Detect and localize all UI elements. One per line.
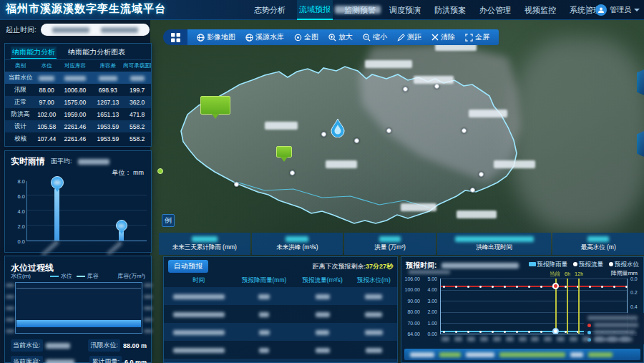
green-callout-marker[interactable] bbox=[200, 96, 230, 115]
stat-card-max-level[interactable]: 最高水位 (m) bbox=[552, 233, 644, 255]
nav-item-office[interactable]: 办公管理 bbox=[477, 1, 513, 19]
target-icon bbox=[294, 34, 302, 42]
map-legend-button[interactable]: 例 bbox=[162, 214, 175, 227]
y-tick: 4.00 bbox=[424, 287, 437, 292]
map-label-blur bbox=[365, 60, 412, 68]
green-callout-marker[interactable] bbox=[276, 146, 292, 158]
area-average-label: 面平均: bbox=[51, 157, 72, 166]
subtitle-blur bbox=[409, 270, 450, 274]
chevron-down-icon bbox=[634, 9, 640, 11]
station-marker[interactable] bbox=[462, 128, 467, 133]
x-label-blur bbox=[106, 241, 122, 256]
flow-hover-point bbox=[552, 283, 559, 289]
stat-card-flood-volume[interactable]: 洪量 (万m³) bbox=[344, 233, 436, 255]
stat-card-peak-flow[interactable]: 未来洪峰 (m³/s) bbox=[252, 233, 343, 255]
full-extent-button[interactable]: 全图 bbox=[289, 32, 323, 42]
station-marker[interactable] bbox=[354, 138, 359, 143]
map-label-blur bbox=[457, 210, 497, 218]
unit-label: 单位： mm bbox=[112, 168, 145, 178]
forecast-table: 时间 预报降雨量(mm) 预报流量(m³/s) 预报水位(m) bbox=[164, 274, 397, 363]
zoom-in-button[interactable]: 放大 bbox=[323, 32, 358, 42]
stage-chart bbox=[15, 282, 142, 334]
rain-lollipop-chart bbox=[26, 181, 147, 241]
stat-value-blur bbox=[379, 236, 401, 242]
forecast-line-chart[interactable]: 当前 6h 12h bbox=[440, 279, 628, 334]
realtime-rain-panel: 实时雨情 面平均: 单位： mm 8.0 6.0 4.0 2.0 0.0 bbox=[4, 150, 152, 253]
y-tick: 64.00 bbox=[403, 331, 420, 337]
end-date-blur bbox=[101, 27, 138, 33]
y-tick: 3.00 bbox=[424, 299, 437, 304]
apps-grid-icon[interactable] bbox=[163, 29, 187, 45]
imagery-map-button[interactable]: 影像地图 bbox=[192, 32, 240, 42]
auto-forecast-button[interactable]: 自动预报 bbox=[168, 260, 208, 273]
green-dot-marker[interactable] bbox=[157, 168, 163, 174]
station-marker[interactable] bbox=[479, 172, 484, 177]
xiyuan-reservoir-button[interactable]: 溪源水库 bbox=[240, 32, 289, 42]
station-marker[interactable] bbox=[386, 128, 391, 133]
stat-value-blur bbox=[455, 236, 534, 242]
time-filter: 起止时间: bbox=[6, 24, 150, 36]
measure-button[interactable]: 测距 bbox=[392, 32, 426, 42]
fullscreen-icon bbox=[465, 34, 473, 42]
rain-bar-2[interactable] bbox=[119, 231, 124, 241]
storage-band bbox=[16, 320, 141, 327]
water-level-process-panel: 水位过程线 水位(m) 水位 库容 库容(万m³) 当前水位: 汛限水位:88.… bbox=[4, 256, 152, 363]
globe-icon bbox=[197, 34, 205, 42]
y-tick: 2.00 bbox=[424, 309, 437, 314]
divider bbox=[586, 5, 587, 15]
fullscreen-button[interactable]: 全屏 bbox=[460, 32, 494, 42]
nav-item-dispatch-rehearsal[interactable]: 调度预演 bbox=[387, 1, 423, 19]
clear-button[interactable]: 清除 bbox=[426, 32, 460, 42]
x-axis-labels bbox=[441, 337, 629, 342]
capacity-tabs: 纳雨能力分析 纳雨能力分析图表 bbox=[5, 44, 151, 60]
table-row-current: 当前水位 bbox=[5, 72, 151, 84]
user-menu[interactable]: 管理员 bbox=[586, 0, 640, 20]
table-row bbox=[164, 359, 397, 363]
station-marker[interactable] bbox=[321, 132, 326, 137]
app-header: 福州市溪源溪数字孪生流域平台 态势分析 流域预报 监测预警 调度预演 防洪预案 … bbox=[0, 0, 644, 20]
rain-bar-1[interactable] bbox=[54, 188, 59, 241]
tab-capacity-analysis[interactable]: 纳雨能力分析 bbox=[11, 47, 57, 58]
zoom-out-icon bbox=[363, 34, 371, 42]
map-label-blur bbox=[494, 160, 535, 168]
start-date-blur bbox=[52, 27, 89, 33]
table-row: 汛限 88.00 1006.80 698.93 199.7 bbox=[5, 84, 151, 96]
station-marker[interactable] bbox=[234, 182, 239, 187]
nav-item-video[interactable]: 视频监控 bbox=[522, 1, 558, 19]
nav-item-basin-forecast[interactable]: 流域预报 bbox=[297, 0, 333, 20]
flow-series-line bbox=[441, 286, 627, 287]
table-row: 正常 97.00 1575.00 1267.13 362.0 bbox=[5, 96, 151, 108]
zoom-out-button[interactable]: 缩小 bbox=[358, 32, 392, 42]
forecast-status-bar bbox=[404, 349, 640, 360]
auto-forecast-panel: 自动预报 距离下次预报剩余:37分27秒 时间 预报降雨量(mm) 预报流量(m… bbox=[163, 256, 398, 363]
nav-item-situation[interactable]: 态势分析 bbox=[252, 1, 288, 19]
flow-series-dots bbox=[443, 286, 445, 288]
tab-capacity-chart[interactable]: 纳雨能力分析图表 bbox=[67, 47, 127, 58]
date-range-input[interactable] bbox=[41, 24, 150, 36]
stat-card-rain3d[interactable]: 未来三天累计降雨 (mm) bbox=[159, 233, 250, 255]
y-left-axis-label: 水位(m) bbox=[11, 272, 31, 280]
time-filter-label: 起止时间: bbox=[6, 25, 36, 35]
capacity-header-row: 类别 水位 对应库容 库容差 尚可承载面雨量 bbox=[5, 60, 151, 72]
y-tick: 8.0 bbox=[9, 178, 25, 185]
capacity-table: 类别 水位 对应库容 库容差 尚可承载面雨量 当前水位 汛限 88.00 100… bbox=[5, 60, 151, 145]
marker-line-6h: 6h bbox=[567, 279, 568, 334]
stat-card-peak-time[interactable]: 洪峰出现时间 bbox=[437, 233, 552, 255]
avatar-icon bbox=[595, 4, 607, 16]
stat-value-blur bbox=[192, 236, 218, 242]
reservoir-drop-marker[interactable] bbox=[331, 119, 345, 140]
nav-item-monitor-warning[interactable]: 监测预警 bbox=[342, 1, 378, 19]
table-row bbox=[164, 305, 397, 323]
station-marker[interactable] bbox=[290, 170, 295, 175]
nav-item-flood-plan[interactable]: 防洪预案 bbox=[432, 1, 468, 19]
y-tick: 0.4 bbox=[630, 304, 638, 309]
x-label-blur bbox=[41, 240, 59, 258]
station-marker[interactable] bbox=[470, 188, 475, 193]
map-toolbar: 影像地图 溪源水库 全图 放大 缩小 测距 bbox=[163, 29, 499, 45]
level-hover-point bbox=[552, 328, 559, 334]
station-marker[interactable] bbox=[434, 84, 439, 89]
station-marker[interactable] bbox=[403, 87, 408, 92]
map-label-blur bbox=[414, 76, 454, 84]
pencil-icon bbox=[397, 34, 405, 42]
y-tick: 100.00 bbox=[403, 287, 420, 292]
